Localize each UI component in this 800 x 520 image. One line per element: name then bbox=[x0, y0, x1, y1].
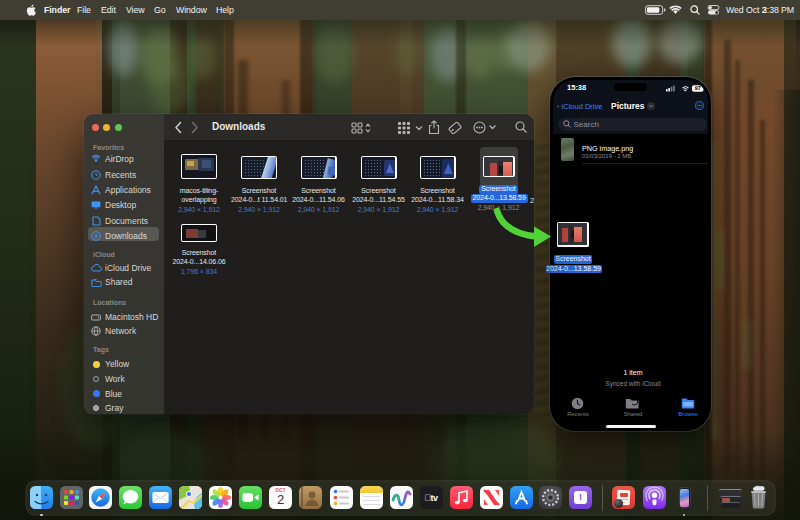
svg-text:97: 97 bbox=[695, 85, 701, 91]
